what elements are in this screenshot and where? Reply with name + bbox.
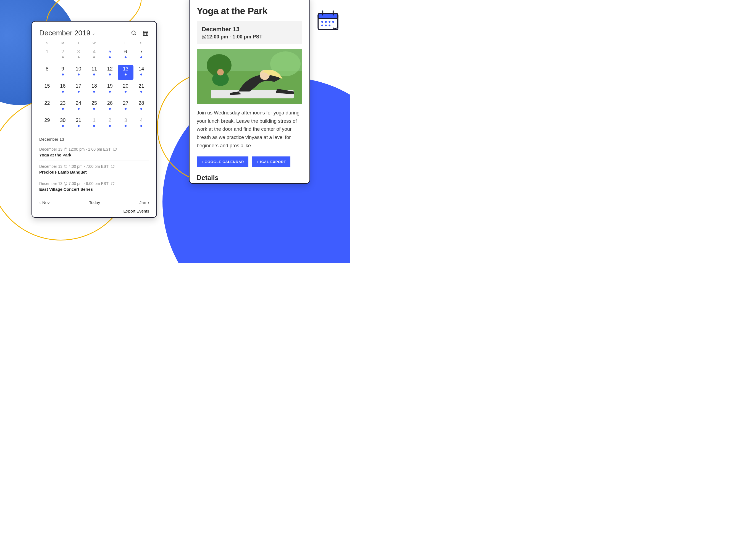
day-cell[interactable]: 15 — [39, 82, 55, 97]
event-dot-icon — [140, 91, 142, 92]
day-number: 18 — [91, 83, 97, 89]
day-cell[interactable]: 11 — [86, 65, 102, 80]
event-image — [197, 49, 302, 104]
calendar-nav: ‹ Nov Today Jan › — [39, 200, 149, 205]
event-item[interactable]: December 13 @ 12:00 pm - 1:00 pm ESTYoga… — [39, 144, 149, 161]
event-dot-icon — [93, 91, 95, 92]
day-number: 13 — [123, 66, 128, 72]
svg-point-9 — [325, 25, 327, 27]
month-view-icon[interactable] — [142, 30, 149, 37]
day-cell[interactable]: 18 — [86, 82, 102, 97]
day-number: 14 — [139, 66, 144, 72]
selected-day-label: December 13 — [39, 137, 64, 142]
day-number: 29 — [44, 117, 50, 123]
day-number: 3 — [77, 49, 80, 55]
recurring-icon — [113, 147, 117, 151]
event-dot-icon — [78, 108, 80, 110]
day-cell[interactable]: 12 — [102, 65, 118, 80]
ical-export-button[interactable]: + ICAL EXPORT — [252, 157, 290, 167]
event-dot-icon — [78, 74, 80, 76]
event-item-time: December 13 @ 7:00 pm - 9:00 pm EST — [39, 181, 149, 186]
day-cell[interactable]: 22 — [39, 99, 55, 114]
event-dot-icon — [109, 108, 111, 110]
weekday-cell: M — [55, 41, 71, 45]
event-dot-icon — [62, 108, 64, 110]
chevron-right-icon: › — [148, 200, 149, 205]
day-cell[interactable]: 24 — [71, 99, 86, 114]
day-cell[interactable]: 1 — [39, 48, 55, 63]
svg-point-4 — [321, 21, 323, 23]
event-item[interactable]: December 13 @ 7:00 pm - 9:00 pm ESTEast … — [39, 178, 149, 195]
day-number: 31 — [76, 117, 81, 123]
day-cell[interactable]: 14 — [134, 65, 149, 80]
day-cell[interactable]: 20 — [118, 82, 134, 97]
event-dot-icon — [109, 91, 111, 92]
event-dot-icon — [93, 125, 95, 127]
svg-point-11 — [132, 31, 135, 34]
today-label: Today — [89, 200, 100, 205]
event-description: Join us Wednesday afternoons for yoga du… — [197, 109, 302, 150]
svg-point-6 — [328, 21, 331, 23]
day-cell[interactable]: 1 — [86, 116, 102, 131]
next-month-button[interactable]: Jan › — [140, 200, 149, 205]
event-item-title: Yoga at the Park — [39, 152, 149, 157]
day-cell[interactable]: 17 — [71, 82, 86, 97]
day-cell[interactable]: 30 — [55, 116, 71, 131]
weekday-cell: T — [71, 41, 86, 45]
day-cell[interactable]: 4 — [134, 116, 149, 131]
day-cell[interactable]: 31 — [71, 116, 86, 131]
day-cell[interactable]: 5 — [102, 48, 118, 63]
day-cell[interactable]: 3 — [118, 116, 134, 131]
calendar-panel: December 2019 ⌄ SMTWTFS 1234567891011121… — [31, 21, 157, 218]
svg-line-12 — [135, 34, 136, 35]
day-cell[interactable]: 2 — [102, 116, 118, 131]
export-events-link[interactable]: Export Events — [39, 209, 149, 214]
day-cell[interactable]: 2 — [55, 48, 71, 63]
today-button[interactable]: Today — [89, 200, 100, 205]
day-cell[interactable]: 6 — [118, 48, 134, 63]
day-cell[interactable]: 23 — [55, 99, 71, 114]
day-cell[interactable]: 26 — [102, 99, 118, 114]
event-dot-icon — [78, 91, 80, 92]
event-dot-icon — [124, 91, 126, 92]
event-time: @12:00 pm - 1:00 pm PST — [202, 34, 297, 40]
day-cell[interactable]: 8 — [39, 65, 55, 80]
event-item[interactable]: December 13 @ 4:00 pm - 7:00 pm ESTPreci… — [39, 161, 149, 178]
calendar-tools — [131, 30, 149, 37]
day-number: 2 — [109, 117, 111, 123]
day-cell[interactable]: 10 — [71, 65, 86, 80]
day-cell[interactable]: 29 — [39, 116, 55, 131]
prev-month-button[interactable]: ‹ Nov — [39, 200, 50, 205]
day-number: 4 — [140, 117, 143, 123]
day-number: 11 — [91, 66, 97, 72]
day-cell[interactable]: 19 — [102, 82, 118, 97]
day-cell[interactable]: 4 — [86, 48, 102, 63]
weekday-cell: F — [118, 41, 134, 45]
search-icon[interactable] — [131, 30, 138, 37]
calendar-grid: 1234567891011121314151617181920212223242… — [39, 48, 149, 131]
day-cell[interactable]: 28 — [134, 99, 149, 114]
day-cell[interactable]: 27 — [118, 99, 134, 114]
day-cell[interactable]: 7 — [134, 48, 149, 63]
day-number: 28 — [139, 100, 144, 106]
day-number: 4 — [93, 49, 95, 55]
day-number: 23 — [60, 100, 65, 106]
svg-point-8 — [321, 25, 323, 27]
google-calendar-button[interactable]: + GOOGLE CALENDAR — [197, 157, 249, 167]
event-dot-icon — [93, 74, 95, 76]
event-dot-icon — [78, 125, 80, 127]
day-cell[interactable]: 13 — [118, 65, 134, 80]
day-number: 17 — [76, 83, 81, 89]
day-cell[interactable]: 9 — [55, 65, 71, 80]
selected-day-heading: December 13 — [39, 137, 149, 142]
day-cell[interactable]: 3 — [71, 48, 86, 63]
day-cell[interactable]: 25 — [86, 99, 102, 114]
day-cell[interactable]: 16 — [55, 82, 71, 97]
month-picker[interactable]: December 2019 ⌄ — [39, 29, 95, 37]
prev-month-label: Nov — [42, 200, 50, 205]
month-label: December 2019 — [39, 29, 90, 37]
svg-point-25 — [217, 69, 224, 76]
day-cell[interactable]: 21 — [134, 82, 149, 97]
event-dot-icon — [140, 125, 142, 127]
day-number: 19 — [107, 83, 113, 89]
